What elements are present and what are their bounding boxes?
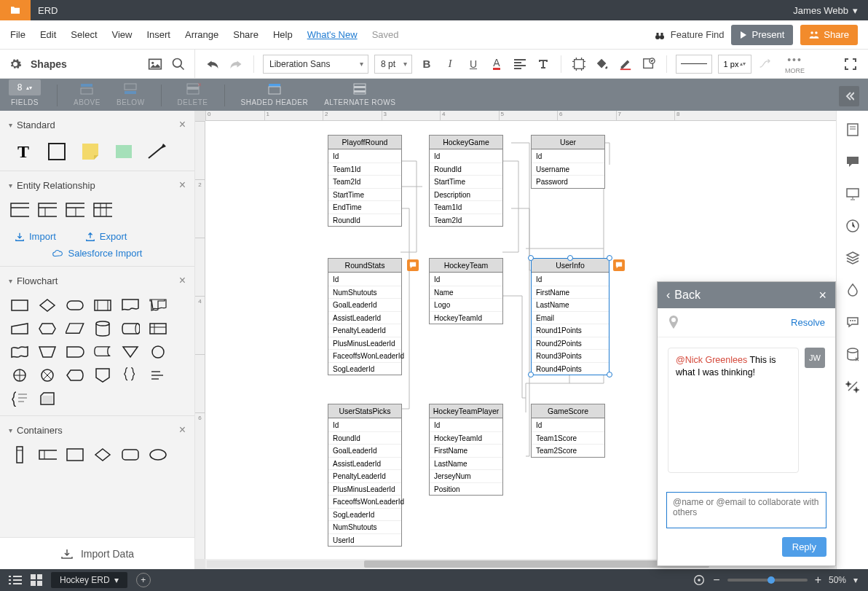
- pin-icon[interactable]: [668, 316, 679, 330]
- page-tab[interactable]: Hockey ERD▾: [51, 572, 127, 588]
- table-row[interactable]: PlusMinusLeaderId: [328, 482, 401, 496]
- fc-document[interactable]: [121, 297, 140, 313]
- menu-file[interactable]: File: [10, 29, 25, 40]
- add-page-button[interactable]: +: [136, 573, 151, 587]
- table-row[interactable]: SogLeaderId: [328, 508, 401, 521]
- menu-view[interactable]: View: [112, 29, 133, 40]
- feature-find[interactable]: Feature Find: [653, 29, 725, 40]
- table-row[interactable]: Id: [328, 273, 401, 286]
- table-row[interactable]: PenaltyLeaderId: [328, 469, 401, 482]
- table-row[interactable]: PenaltyLeaderId: [328, 324, 401, 337]
- comment-badge[interactable]: [407, 259, 419, 271]
- menu-edit[interactable]: Edit: [40, 29, 56, 40]
- table-row[interactable]: HockeyTeamId: [430, 431, 502, 445]
- table-row[interactable]: StartTime: [430, 175, 502, 188]
- more-button[interactable]: •••MORE: [785, 54, 805, 74]
- table-row[interactable]: GoalLeaderId: [328, 298, 401, 311]
- er-shape-1[interactable]: [10, 202, 29, 218]
- fill-button[interactable]: [593, 55, 611, 73]
- menu-select[interactable]: Select: [71, 29, 97, 40]
- table-row[interactable]: SogLeaderId: [328, 362, 401, 375]
- table-row[interactable]: FirstName: [532, 286, 609, 299]
- fc-hexagon[interactable]: [38, 321, 57, 337]
- text-color-button[interactable]: A: [488, 55, 505, 73]
- fc-rectangle[interactable]: [10, 297, 29, 313]
- fc-direct[interactable]: [121, 321, 140, 337]
- table-hockeygame[interactable]: HockeyGame Id RoundId StartTime Descript…: [429, 135, 503, 227]
- present-button[interactable]: Present: [731, 25, 793, 45]
- close-icon[interactable]: ×: [179, 179, 186, 192]
- cont-1[interactable]: [10, 447, 29, 463]
- bold-button[interactable]: B: [418, 55, 435, 73]
- table-row[interactable]: FaceoffsWonLeaderId: [328, 495, 401, 508]
- fc-bracket-note[interactable]: [10, 391, 29, 407]
- table-user[interactable]: User Id Username Password: [531, 135, 605, 189]
- import-link[interactable]: Import: [15, 231, 56, 242]
- section-containers[interactable]: ▾Containers×: [0, 416, 194, 444]
- layers-icon[interactable]: [845, 251, 860, 265]
- fc-sum[interactable]: [38, 367, 57, 383]
- table-row[interactable]: Id: [430, 418, 502, 431]
- close-icon[interactable]: ×: [179, 274, 186, 287]
- table-row[interactable]: Logo: [430, 298, 502, 311]
- insert-below-button[interactable]: BELOW: [117, 82, 145, 106]
- fc-multidoc[interactable]: [149, 297, 167, 313]
- table-row[interactable]: JerseyNum: [430, 469, 502, 482]
- font-size-select[interactable]: 8 pt: [374, 55, 412, 74]
- italic-button[interactable]: I: [441, 55, 459, 73]
- table-userstatspicks[interactable]: UserStatsPicks Id RoundId GoalLeaderId A…: [328, 404, 402, 547]
- comment-back-button[interactable]: ‹Back: [666, 289, 701, 302]
- table-row[interactable]: NumShutouts: [328, 286, 401, 299]
- table-row[interactable]: Round2Points: [532, 337, 609, 350]
- menu-whats-new[interactable]: What's New: [307, 29, 358, 40]
- table-row[interactable]: Id: [328, 149, 401, 163]
- table-row[interactable]: FirstName: [430, 444, 502, 457]
- magic-icon[interactable]: [845, 379, 860, 394]
- text-options-button[interactable]: [534, 55, 552, 73]
- font-select[interactable]: Liberation Sans: [263, 55, 368, 74]
- table-row[interactable]: LastName: [532, 298, 609, 311]
- resolve-button[interactable]: Resolve: [791, 317, 825, 328]
- presentation-icon[interactable]: [845, 187, 860, 201]
- fc-tape[interactable]: [10, 344, 29, 360]
- fc-brace[interactable]: [121, 367, 140, 383]
- fullscreen-button[interactable]: [842, 55, 859, 73]
- fc-internal[interactable]: [149, 321, 167, 337]
- table-row[interactable]: Id: [430, 149, 502, 163]
- table-hockeyteamplayer[interactable]: HockeyTeamPlayer Id HockeyTeamId FirstNa…: [429, 404, 503, 496]
- shaded-header-button[interactable]: SHADED HEADER: [241, 82, 309, 106]
- fc-stored[interactable]: [93, 344, 112, 360]
- table-row[interactable]: GoalLeaderId: [328, 444, 401, 457]
- table-row[interactable]: Team1Score: [532, 431, 604, 445]
- shape-rectangle[interactable]: [47, 141, 67, 162]
- menu-arrange[interactable]: Arrange: [185, 29, 218, 40]
- table-row[interactable]: EndTime: [328, 200, 401, 214]
- shape-note[interactable]: [80, 141, 100, 162]
- underline-button[interactable]: U: [465, 55, 482, 73]
- zoom-out-button[interactable]: −: [713, 574, 719, 587]
- table-row[interactable]: Team2Score: [532, 444, 604, 457]
- table-roundstats[interactable]: RoundStats Id NumShutouts GoalLeaderId A…: [328, 258, 402, 375]
- cont-4[interactable]: [93, 447, 112, 463]
- history-icon[interactable]: [845, 219, 860, 233]
- zoom-in-button[interactable]: +: [815, 574, 821, 587]
- fc-manual-op[interactable]: [38, 344, 57, 360]
- undo-button[interactable]: [204, 55, 221, 73]
- fc-merge[interactable]: [121, 344, 140, 360]
- comment-icon[interactable]: [845, 154, 860, 169]
- fields-count[interactable]: 8▴▾ FIELDS: [9, 79, 41, 106]
- table-row[interactable]: Id: [532, 418, 604, 431]
- table-row[interactable]: StartTime: [328, 188, 401, 201]
- table-row[interactable]: PlusMinusLeaderId: [328, 337, 401, 350]
- menu-share[interactable]: Share: [233, 29, 259, 40]
- comment-badge[interactable]: [613, 259, 625, 271]
- table-gamescore[interactable]: GameScore Id Team1Score Team2Score: [531, 404, 605, 458]
- er-shape-2[interactable]: [38, 202, 57, 218]
- image-icon[interactable]: [148, 58, 162, 71]
- border-color-button[interactable]: [617, 55, 634, 73]
- table-row[interactable]: Team2Id: [430, 214, 502, 227]
- share-button[interactable]: Share: [800, 25, 858, 45]
- fc-offpage[interactable]: [93, 367, 112, 383]
- close-comment-button[interactable]: ×: [818, 288, 826, 303]
- alternate-rows-button[interactable]: ALTERNATE ROWS: [324, 82, 395, 106]
